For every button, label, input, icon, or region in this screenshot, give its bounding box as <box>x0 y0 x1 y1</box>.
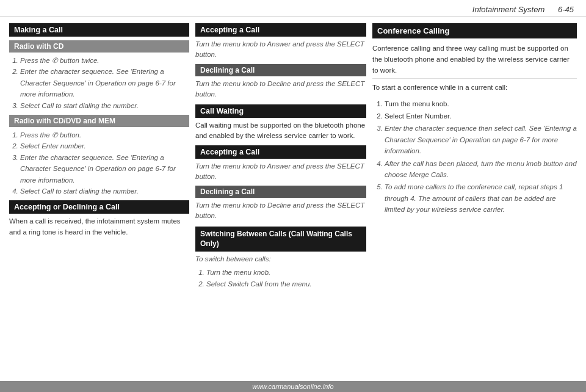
step-item: Turn the menu knob. <box>206 267 366 278</box>
conference-body1: Conference calling and three way calling… <box>372 41 577 79</box>
accepting-call2-header: Accepting a Call <box>195 145 366 159</box>
declining-call1-body: Turn the menu knob to Decline and press … <box>195 78 366 101</box>
conference-body2: To start a conference while in a current… <box>372 81 577 94</box>
column-2: Accepting a Call Turn the menu knob to A… <box>195 23 366 383</box>
accepting-declining-body: When a call is received, the infotainmen… <box>9 215 189 239</box>
page-number: 6-45 <box>558 5 574 14</box>
header-title: Infotainment System <box>472 5 545 14</box>
step-item: Enter the character sequence. See 'Enter… <box>20 66 189 100</box>
conf-step: Turn the menu knob. <box>385 98 577 109</box>
conf-step: Select Enter Number. <box>385 111 577 122</box>
switching-body: To switch between calls: <box>195 253 366 266</box>
call-waiting-body: Call waiting must be supported on the bl… <box>195 119 366 143</box>
conference-steps: Turn the menu knob. Select Enter Number.… <box>372 98 577 217</box>
conf-step: To add more callers to the conference ca… <box>385 181 577 215</box>
accepting-call2-body: Turn the menu knob to Answer and press t… <box>195 160 366 184</box>
declining-call2-body: Turn the menu knob to Decline and press … <box>195 199 366 223</box>
radio-dvd-steps: Press the ✆ button. Select Enter number.… <box>9 129 189 197</box>
radio-cd-header: Radio with CD <box>9 40 189 53</box>
declining-call2-header: Declining a Call <box>195 186 366 198</box>
conf-step: After the call has been placed, turn the… <box>385 158 577 181</box>
step-item: Select Call to start dialing the number. <box>20 186 189 197</box>
radio-dvd-header: Radio with CD/DVD and MEM <box>9 115 189 127</box>
step-item: Select Call to start dialing the number. <box>20 100 189 111</box>
call-waiting-header: Call Waiting <box>195 104 366 118</box>
footer-bar: www.carmanualsoniine.info <box>0 381 586 392</box>
accepting-call1-header: Accepting a Call <box>195 23 366 37</box>
declining-call1-header: Declining a Call <box>195 64 366 76</box>
step-item: Enter the character sequence. See 'Enter… <box>20 152 189 186</box>
step-item: Press the ✆ button twice. <box>20 55 189 66</box>
column-3: Conference Calling Conference calling an… <box>372 23 577 383</box>
footer-url: www.carmanualsoniine.info <box>252 383 333 390</box>
conf-step: Enter the character sequence then select… <box>385 123 577 156</box>
step-item: Press the ✆ button. <box>20 129 189 140</box>
column-1: Making a Call Radio with CD Press the ✆ … <box>9 23 189 383</box>
step-item: Select Enter number. <box>20 140 189 151</box>
making-call-header: Making a Call <box>9 23 189 37</box>
accepting-declining-header: Accepting or Declining a Call <box>9 200 189 214</box>
radio-cd-steps: Press the ✆ button twice. Enter the char… <box>9 55 189 111</box>
step-item: Select Switch Call from the menu. <box>206 278 366 289</box>
conference-calling-header: Conference Calling <box>372 23 577 38</box>
switching-steps: Turn the menu knob. Select Switch Call f… <box>195 267 366 289</box>
switching-header: Switching Between Calls (Call Waiting Ca… <box>195 227 366 252</box>
page-header: Infotainment System 6-45 <box>0 0 586 17</box>
accepting-call1-body: Turn the menu knob to Answer and press t… <box>195 38 366 62</box>
